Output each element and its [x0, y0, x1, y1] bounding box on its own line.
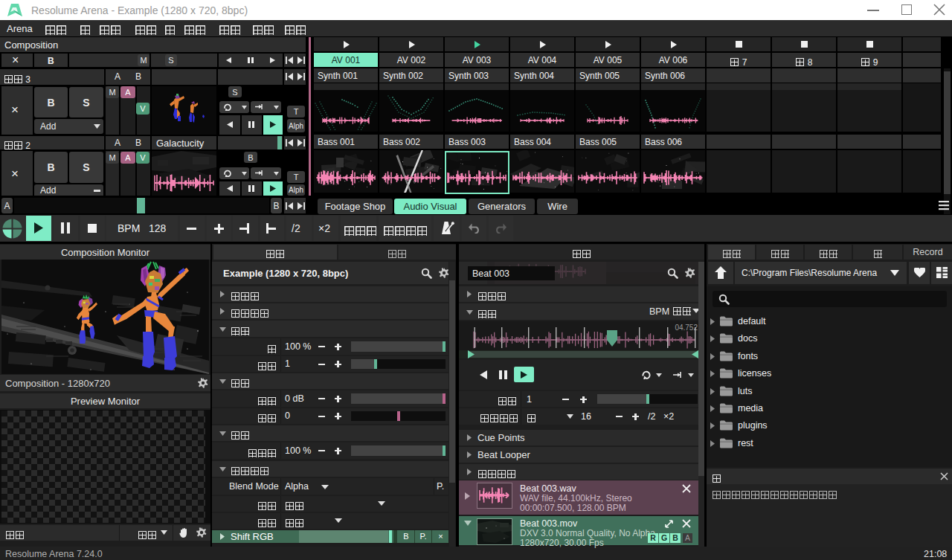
svg-text:04.752: 04.752: [675, 324, 698, 332]
